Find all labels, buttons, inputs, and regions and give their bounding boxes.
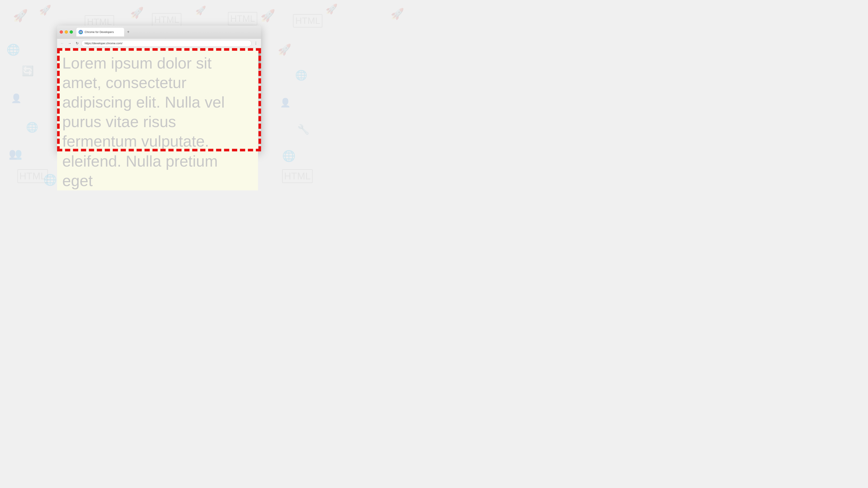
bg-icon: 🚀 xyxy=(391,8,404,20)
page-content: Lorem ipsum dolor sit amet, consectetur … xyxy=(57,48,261,152)
bg-icon: 🚀 xyxy=(260,9,275,23)
maximize-button[interactable] xyxy=(70,30,73,34)
bg-icon: 👥 xyxy=(9,148,22,160)
svg-point-5 xyxy=(80,31,82,33)
address-bar[interactable]: https://developer.chrome.com/ xyxy=(82,40,251,46)
bg-icon: 🚀 xyxy=(278,43,291,56)
new-tab-button[interactable]: + xyxy=(125,29,131,35)
minimize-button[interactable] xyxy=(65,30,68,34)
back-button[interactable]: ← xyxy=(59,40,65,46)
title-bar: Chrome for Developers + xyxy=(57,26,261,39)
nav-bar: ← → ↻ https://developer.chrome.com/ ⋮ xyxy=(57,39,261,48)
tab-title: Chrome for Developers xyxy=(85,30,114,34)
bg-icon: 🚀 xyxy=(39,4,51,16)
bg-icon: 🚀 xyxy=(195,5,206,15)
close-button[interactable] xyxy=(60,30,63,34)
tab-area: Chrome for Developers + xyxy=(76,28,258,36)
bg-icon: 🚀 xyxy=(130,6,144,19)
bg-icon: 🔄 xyxy=(22,65,34,76)
bg-html-badge: HTML xyxy=(228,12,257,25)
bg-icon: 🌐 xyxy=(282,150,296,162)
chrome-logo-icon xyxy=(79,30,83,34)
below-browser-text: eleifend. Nulla pretium eget xyxy=(57,152,258,190)
bg-icon: 🌐 xyxy=(295,69,307,81)
bg-icon: 👤 xyxy=(11,93,22,103)
browser-window: Chrome for Developers + ← → ↻ https://de… xyxy=(57,26,261,152)
lorem-ipsum-text: Lorem ipsum dolor sit amet, consectetur … xyxy=(57,48,261,152)
menu-button[interactable]: ⋮ xyxy=(253,40,259,46)
active-tab[interactable]: Chrome for Developers xyxy=(76,28,124,36)
bg-icon: 🚀 xyxy=(13,9,28,23)
bg-html-badge: HTML xyxy=(282,169,313,183)
traffic-lights xyxy=(60,30,73,34)
scrollbar-thumb[interactable] xyxy=(258,48,260,70)
forward-button[interactable]: → xyxy=(67,40,73,46)
bg-icon: 🌐 xyxy=(6,43,20,56)
refresh-button[interactable]: ↻ xyxy=(74,40,80,46)
bg-html-badge: HTML xyxy=(152,13,181,27)
scrollbar[interactable] xyxy=(258,48,261,152)
bg-icon: 🌐 xyxy=(43,173,57,186)
bg-icon: 🔧 xyxy=(297,124,309,135)
bg-icon: 👤 xyxy=(280,98,291,108)
bg-icon: 🌐 xyxy=(26,122,38,133)
bg-icon: 🚀 xyxy=(326,3,338,15)
bg-html-badge: HTML xyxy=(18,169,48,183)
bg-html-badge: HTML xyxy=(293,14,322,28)
